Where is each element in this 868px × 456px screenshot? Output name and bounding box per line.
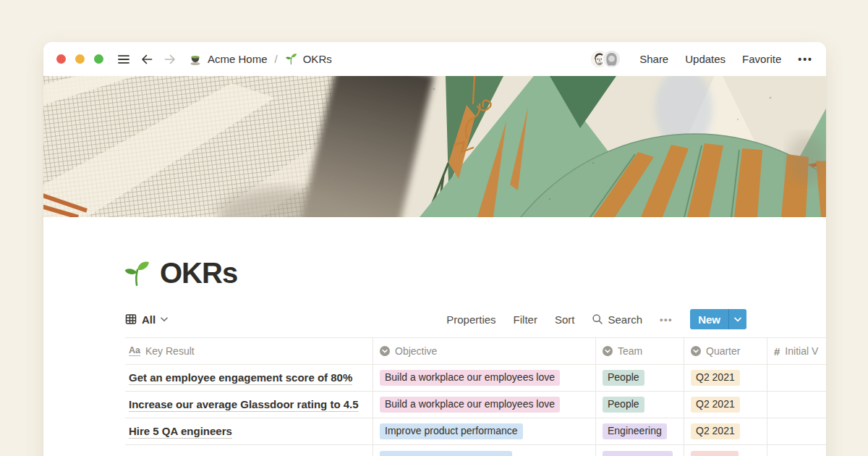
search-label: Search	[608, 313, 642, 326]
key-result-cell[interactable]: Get an employee engagement score of 80%	[125, 365, 373, 391]
team-tag	[603, 451, 673, 456]
botanical-collage-art	[43, 76, 826, 217]
arrow-left-icon	[140, 52, 154, 67]
updates-button[interactable]: Updates	[685, 53, 726, 65]
titlebar-actions: Share Updates Favorite •••	[590, 49, 813, 69]
title-property-icon: Aa	[129, 346, 140, 357]
page-content: OKRs All Properties Filter Sort Search •…	[43, 257, 826, 456]
initial-value-cell[interactable]	[767, 392, 826, 418]
page-title[interactable]: OKRs	[160, 257, 237, 290]
table-row[interactable]: Get an employee engagement score of 80% …	[125, 365, 826, 392]
sidebar-menu-button[interactable]	[115, 51, 132, 68]
quarter-cell[interactable]	[684, 445, 767, 456]
initial-value-cell[interactable]	[767, 365, 826, 391]
team-cell[interactable]: People	[596, 365, 684, 391]
more-options-button[interactable]: •••	[798, 54, 813, 65]
key-result-text: Increase our average Glassdoor rating to…	[129, 398, 359, 412]
sort-button[interactable]: Sort	[555, 313, 575, 326]
notion-app-window: Acme Home / OKRs	[43, 42, 826, 456]
column-header-key-result[interactable]: Aa Key Result	[125, 338, 373, 364]
initial-value-cell[interactable]	[767, 445, 826, 456]
objective-cell[interactable]	[373, 445, 596, 456]
page-cover-image[interactable]	[43, 76, 826, 217]
team-cell[interactable]	[596, 445, 684, 456]
select-property-icon	[603, 346, 613, 356]
filter-button[interactable]: Filter	[514, 313, 537, 326]
objective-tag: Build a workplace our employees love	[380, 397, 560, 413]
column-header-objective[interactable]: Objective	[373, 338, 596, 364]
column-header-initial-value[interactable]: # Initial V	[767, 338, 826, 364]
teacup-icon	[189, 53, 202, 66]
forward-button[interactable]	[161, 51, 179, 68]
initial-value-cell[interactable]	[767, 418, 826, 444]
team-cell[interactable]: People	[596, 392, 684, 418]
breadcrumb-workspace[interactable]: Acme Home	[208, 53, 268, 65]
column-label: Objective	[395, 345, 437, 357]
maximize-window-button[interactable]	[94, 54, 103, 64]
team-cell[interactable]: Engineering	[596, 418, 684, 444]
seedling-icon	[123, 260, 150, 287]
new-button-label[interactable]: New	[690, 309, 728, 329]
collaborator-avatars	[590, 49, 621, 69]
table-row[interactable]: Increase our average Glassdoor rating to…	[125, 392, 826, 418]
key-result-cell[interactable]	[125, 445, 373, 456]
view-name: All	[142, 313, 156, 326]
objective-cell[interactable]: Improve product performance	[373, 418, 596, 444]
select-property-icon	[691, 346, 701, 356]
search-icon	[592, 313, 603, 325]
key-result-cell[interactable]: Increase our average Glassdoor rating to…	[125, 392, 373, 418]
objective-tag	[380, 451, 512, 456]
team-tag: People	[603, 370, 644, 387]
view-switcher[interactable]: All	[125, 313, 168, 326]
quarter-tag	[691, 451, 739, 456]
table-view-icon	[125, 313, 137, 325]
new-button-dropdown[interactable]	[728, 309, 746, 329]
quarter-tag: Q2 2021	[691, 397, 740, 413]
toolbar-more-button[interactable]: •••	[660, 314, 673, 325]
objective-cell[interactable]: Build a workplace our employees love	[373, 392, 596, 418]
share-button[interactable]: Share	[639, 53, 668, 65]
arrow-right-icon	[163, 52, 177, 67]
breadcrumb-page[interactable]: OKRs	[303, 53, 332, 65]
team-tag: Engineering	[603, 423, 667, 440]
page-header: OKRs	[123, 257, 826, 290]
close-window-button[interactable]	[56, 54, 66, 64]
table-row[interactable]	[125, 445, 826, 456]
page-icon[interactable]	[123, 260, 150, 287]
okr-table: Aa Key Result Objective Team Quarter #	[125, 337, 826, 456]
search-button[interactable]: Search	[592, 313, 642, 326]
chevron-down-icon	[734, 317, 741, 322]
chevron-down-icon	[161, 317, 168, 322]
quarter-tag: Q2 2021	[691, 370, 740, 387]
quarter-cell[interactable]: Q2 2021	[684, 365, 767, 391]
new-button[interactable]: New	[690, 309, 746, 329]
objective-tag: Build a workplace our employees love	[380, 370, 560, 387]
quarter-tag: Q2 2021	[691, 423, 740, 440]
back-button[interactable]	[138, 51, 156, 68]
column-label: Team	[618, 345, 642, 357]
key-result-text: Get an employee engagement score of 80%	[129, 371, 352, 385]
favorite-button[interactable]: Favorite	[742, 53, 781, 65]
quarter-cell[interactable]: Q2 2021	[684, 392, 767, 418]
objective-cell[interactable]: Build a workplace our employees love	[373, 365, 596, 391]
seedling-icon	[285, 53, 297, 65]
column-label: Quarter	[706, 345, 740, 357]
properties-button[interactable]: Properties	[446, 313, 495, 326]
column-label: Key Result	[145, 345, 195, 357]
column-label: Initial V	[785, 345, 818, 357]
key-result-text: Hire 5 QA engineers	[129, 425, 232, 439]
column-header-quarter[interactable]: Quarter	[684, 338, 767, 364]
select-property-icon	[380, 346, 390, 356]
database-toolbar: All Properties Filter Sort Search ••• Ne…	[125, 308, 746, 331]
avatar[interactable]	[602, 49, 621, 69]
key-result-cell[interactable]: Hire 5 QA engineers	[125, 418, 373, 444]
column-header-team[interactable]: Team	[596, 338, 684, 364]
number-property-icon: #	[774, 345, 780, 358]
objective-tag: Improve product performance	[380, 423, 523, 440]
window-controls	[56, 54, 103, 64]
minimize-window-button[interactable]	[75, 54, 85, 64]
team-tag: People	[603, 397, 644, 413]
hamburger-icon	[116, 52, 131, 67]
table-row[interactable]: Hire 5 QA engineers Improve product perf…	[125, 418, 826, 445]
quarter-cell[interactable]: Q2 2021	[684, 418, 767, 444]
